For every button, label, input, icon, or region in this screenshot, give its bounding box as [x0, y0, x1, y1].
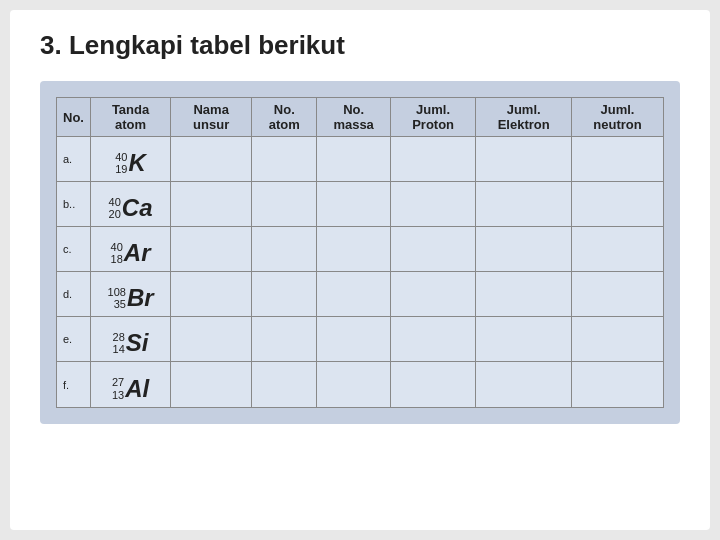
empty-cell: [571, 272, 663, 317]
empty-cell: [476, 362, 572, 407]
atom-cell: 2713Al: [90, 362, 170, 407]
table-row: b..4020Ca: [57, 182, 664, 227]
empty-cell: [252, 362, 317, 407]
table-row: c.4018Ar: [57, 227, 664, 272]
row-label: b..: [57, 182, 91, 227]
col-header-nomassa: No. massa: [317, 98, 390, 137]
row-label: d.: [57, 272, 91, 317]
empty-cell: [571, 182, 663, 227]
empty-cell: [571, 362, 663, 407]
table-row: a.4019K: [57, 137, 664, 182]
empty-cell: [571, 137, 663, 182]
col-header-noatom: No. atom: [252, 98, 317, 137]
empty-cell: [252, 227, 317, 272]
table-row: e.2814Si: [57, 317, 664, 362]
empty-cell: [390, 362, 475, 407]
empty-cell: [476, 227, 572, 272]
empty-cell: [171, 362, 252, 407]
col-header-elektron: Juml. Elektron: [476, 98, 572, 137]
empty-cell: [317, 317, 390, 362]
col-header-tanda: Tanda atom: [90, 98, 170, 137]
row-label: e.: [57, 317, 91, 362]
empty-cell: [476, 272, 572, 317]
atom-cell: 4019K: [90, 137, 170, 182]
empty-cell: [390, 272, 475, 317]
row-label: c.: [57, 227, 91, 272]
empty-cell: [171, 227, 252, 272]
empty-cell: [390, 227, 475, 272]
empty-cell: [171, 182, 252, 227]
col-header-no: No.: [57, 98, 91, 137]
empty-cell: [476, 182, 572, 227]
table-row: f.2713Al: [57, 362, 664, 407]
empty-cell: [571, 317, 663, 362]
row-label: a.: [57, 137, 91, 182]
col-header-proton: Juml. Proton: [390, 98, 475, 137]
main-table: No. Tanda atom Nama unsur No. atom No. m…: [56, 97, 664, 408]
empty-cell: [317, 182, 390, 227]
page: 3. Lengkapi tabel berikut No. Tanda atom…: [10, 10, 710, 530]
empty-cell: [317, 272, 390, 317]
atom-cell: 2814Si: [90, 317, 170, 362]
empty-cell: [171, 272, 252, 317]
empty-cell: [317, 227, 390, 272]
empty-cell: [252, 272, 317, 317]
empty-cell: [252, 317, 317, 362]
table-wrapper: No. Tanda atom Nama unsur No. atom No. m…: [40, 81, 680, 424]
page-title: 3. Lengkapi tabel berikut: [40, 30, 680, 61]
empty-cell: [252, 137, 317, 182]
col-header-neutron: Juml. neutron: [571, 98, 663, 137]
empty-cell: [390, 182, 475, 227]
atom-cell: 10835Br: [90, 272, 170, 317]
atom-cell: 4018Ar: [90, 227, 170, 272]
empty-cell: [252, 182, 317, 227]
empty-cell: [476, 137, 572, 182]
table-row: d.10835Br: [57, 272, 664, 317]
empty-cell: [317, 137, 390, 182]
empty-cell: [390, 317, 475, 362]
empty-cell: [317, 362, 390, 407]
row-label: f.: [57, 362, 91, 407]
atom-cell: 4020Ca: [90, 182, 170, 227]
empty-cell: [390, 137, 475, 182]
empty-cell: [571, 227, 663, 272]
empty-cell: [476, 317, 572, 362]
empty-cell: [171, 137, 252, 182]
empty-cell: [171, 317, 252, 362]
col-header-nama: Nama unsur: [171, 98, 252, 137]
